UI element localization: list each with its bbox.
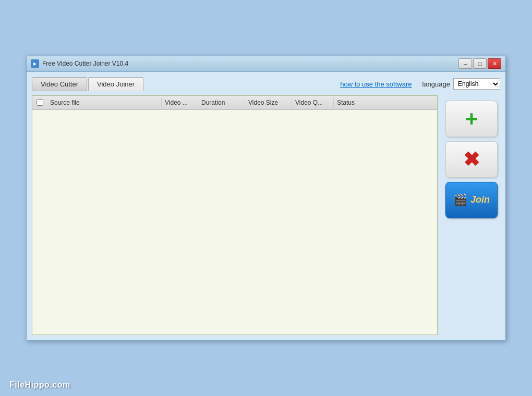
- tab-bar: Video Cutter Video Joiner how to use the…: [32, 77, 500, 91]
- tab-video-joiner[interactable]: Video Joiner: [88, 77, 143, 91]
- film-icon: 🎬: [453, 193, 467, 207]
- window-controls: – □ ✕: [458, 58, 501, 69]
- language-select[interactable]: English Chinese Spanish French German: [453, 78, 500, 90]
- table-body: [32, 110, 437, 329]
- join-label: Join: [470, 194, 490, 205]
- join-button[interactable]: 🎬 Join: [445, 182, 498, 218]
- header-quality: Video Q...: [292, 98, 334, 107]
- x-icon: ✖: [463, 150, 480, 169]
- plus-icon: +: [465, 108, 478, 130]
- remove-file-button[interactable]: ✖: [445, 141, 498, 178]
- language-section: language English Chinese Spanish French …: [422, 78, 501, 90]
- minimize-button[interactable]: –: [458, 58, 472, 69]
- main-window: ▶ Free Video Cutter Joiner V10.4 – □ ✕ V…: [26, 56, 506, 341]
- language-label: language: [422, 80, 451, 88]
- select-all-checkbox[interactable]: [37, 99, 43, 106]
- header-size: Video Size: [245, 98, 292, 107]
- window-title: Free Video Cutter Joiner V10.4: [42, 60, 458, 67]
- howto-link[interactable]: how to use the software: [340, 80, 412, 88]
- main-panel: Source file Video ... Duration Video Siz…: [32, 95, 500, 335]
- table-header: Source file Video ... Duration Video Siz…: [32, 96, 437, 110]
- header-checkbox-cell: [32, 99, 47, 106]
- tab-video-cutter[interactable]: Video Cutter: [32, 77, 87, 91]
- add-file-button[interactable]: +: [445, 101, 498, 137]
- sidebar-buttons: + ✖ 🎬 Join: [443, 95, 500, 335]
- title-bar: ▶ Free Video Cutter Joiner V10.4 – □ ✕: [27, 56, 505, 72]
- file-table: Source file Video ... Duration Video Siz…: [32, 95, 438, 335]
- header-video: Video ...: [162, 98, 198, 107]
- content-area: Video Cutter Video Joiner how to use the…: [27, 72, 505, 340]
- app-icon: ▶: [31, 59, 39, 68]
- filehippo-brand: FileHippo.com: [9, 380, 70, 390]
- header-source-file: Source file: [47, 98, 162, 107]
- close-button[interactable]: ✕: [488, 58, 501, 69]
- header-status: Status: [334, 98, 376, 107]
- header-duration: Duration: [198, 98, 245, 107]
- restore-button[interactable]: □: [473, 58, 487, 69]
